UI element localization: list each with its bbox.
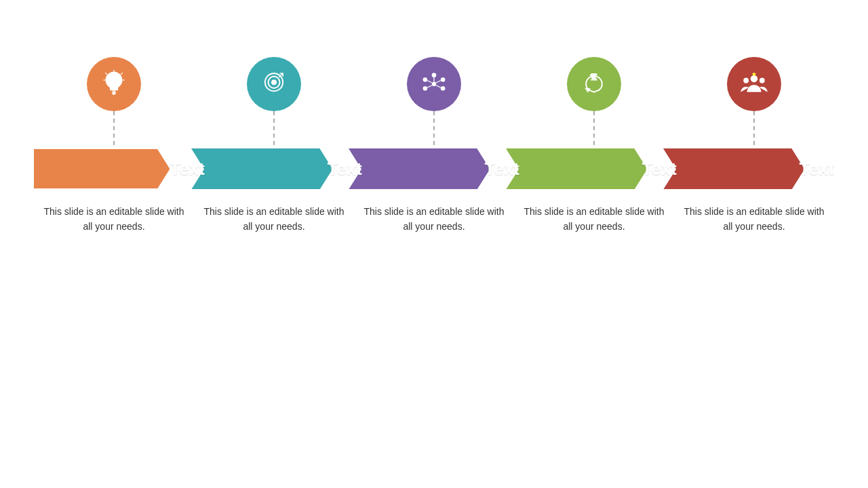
svg-point-26 xyxy=(760,78,765,83)
icon-col-1 xyxy=(34,57,194,111)
svg-rect-23 xyxy=(591,73,597,75)
svg-point-13 xyxy=(432,73,437,78)
desc-col-3: This slide is an editable slide with all… xyxy=(354,205,514,234)
dashed-line-1 xyxy=(113,111,115,145)
svg-line-4 xyxy=(121,73,123,75)
svg-line-20 xyxy=(427,85,432,87)
dashed-line-3 xyxy=(433,111,435,145)
svg-point-24 xyxy=(751,75,758,83)
arrows-container: TextTextTextTextText xyxy=(34,145,834,192)
arrow-item-5: Text xyxy=(663,145,834,192)
arrow-svg-4 xyxy=(506,148,647,190)
arrow-svg-5 xyxy=(663,148,804,190)
arrow-label-2: Text xyxy=(327,159,362,180)
arrow-label-3: Text xyxy=(484,159,519,180)
icon-col-2 xyxy=(194,57,354,111)
arrow-label-4: Text xyxy=(642,159,677,180)
svg-point-25 xyxy=(743,78,749,83)
svg-point-10 xyxy=(271,79,277,85)
svg-marker-30 xyxy=(349,148,490,190)
arrow-item-3: Text xyxy=(349,145,519,192)
dashed-line-5 xyxy=(753,111,755,145)
svg-line-5 xyxy=(106,73,107,75)
svg-point-17 xyxy=(423,77,428,82)
arrow-svg-3 xyxy=(349,148,490,190)
desc-col-4: This slide is an editable slide with all… xyxy=(514,205,674,234)
svg-marker-32 xyxy=(663,148,804,190)
svg-marker-28 xyxy=(34,149,170,188)
desc-col-2: This slide is an editable slide with all… xyxy=(194,205,354,234)
svg-point-14 xyxy=(441,86,446,91)
desc-col-1: This slide is an editable slide with all… xyxy=(34,205,194,234)
svg-point-12 xyxy=(432,82,437,87)
arrow-label-1: Text xyxy=(170,159,205,180)
arrow-item-1: Text xyxy=(34,145,205,192)
svg-point-16 xyxy=(441,77,446,82)
icon-col-5 xyxy=(674,57,834,111)
arrow-item-2: Text xyxy=(191,145,362,192)
svg-rect-2 xyxy=(113,92,115,93)
icons-row xyxy=(34,57,834,111)
svg-line-19 xyxy=(436,85,441,87)
desc-row: This slide is an editable slide with all… xyxy=(34,205,834,234)
arrow-label-5: Text xyxy=(799,159,834,180)
svg-line-22 xyxy=(427,81,432,83)
icon-circle-3 xyxy=(407,57,461,111)
icon-col-4 xyxy=(514,57,674,111)
svg-line-21 xyxy=(436,81,441,83)
desc-col-5: This slide is an editable slide with all… xyxy=(674,205,834,234)
icon-circle-5 xyxy=(727,57,781,111)
svg-rect-1 xyxy=(112,91,115,92)
dashed-line-4 xyxy=(593,111,595,145)
icon-circle-2 xyxy=(247,57,301,111)
arrow-item-4: Text xyxy=(506,145,677,192)
icon-col-3 xyxy=(354,57,514,111)
arrow-svg-2 xyxy=(191,148,332,190)
svg-marker-29 xyxy=(191,148,332,190)
svg-marker-31 xyxy=(506,148,647,190)
dashed-line-2 xyxy=(273,111,275,145)
icon-circle-4 xyxy=(567,57,621,111)
svg-point-15 xyxy=(423,86,428,91)
arrow-svg-1 xyxy=(34,149,170,188)
icon-circle-1 xyxy=(87,57,141,111)
